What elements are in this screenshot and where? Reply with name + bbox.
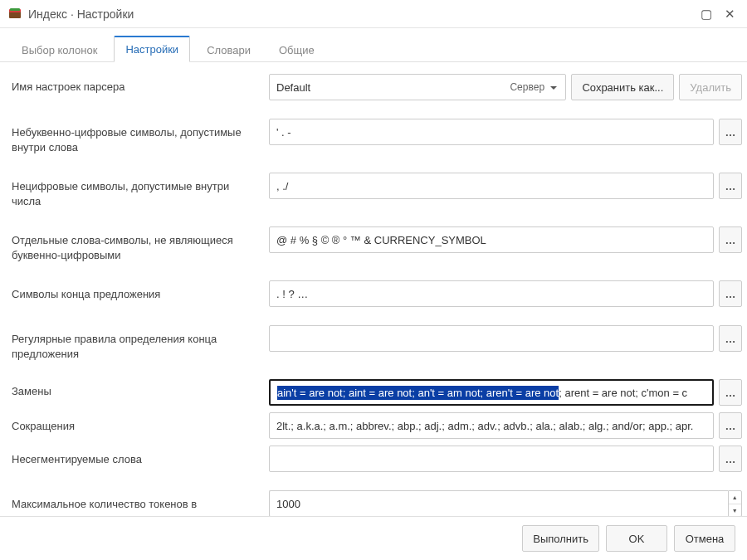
label-non-digit-in-number: Нецифровые символы, допустимые внутри чи… bbox=[12, 173, 269, 208]
row-max-tokens: Максимальное количество токенов в предло… bbox=[12, 490, 742, 516]
chevron-down-icon bbox=[550, 86, 557, 90]
input-sentence-regex[interactable] bbox=[269, 325, 714, 352]
ellipsis-sentence-end[interactable]: … bbox=[719, 280, 742, 307]
row-non-segmentable: Несегментируемые слова … bbox=[12, 446, 742, 472]
input-sentence-end[interactable] bbox=[269, 280, 714, 307]
label-sentence-regex: Регулярные правила определения конца пре… bbox=[12, 325, 269, 361]
tab-columns[interactable]: Выбор колонок bbox=[10, 37, 109, 62]
row-non-alnum-in-word: Небуквенно-цифровые символы, допустимые … bbox=[12, 119, 742, 154]
tab-settings[interactable]: Настройки bbox=[114, 36, 190, 62]
label-abbreviations: Сокращения bbox=[12, 412, 269, 434]
window-title: Индекс · Настройки bbox=[28, 7, 134, 21]
dialog-footer: Выполнить OK Отмена bbox=[0, 516, 747, 560]
input-abbreviations[interactable] bbox=[269, 412, 714, 439]
app-icon bbox=[8, 7, 22, 21]
tab-dictionaries[interactable]: Словари bbox=[195, 37, 262, 62]
save-as-button[interactable]: Сохранить как... bbox=[571, 74, 674, 100]
close-button[interactable]: ✕ bbox=[720, 7, 739, 22]
row-parser-name: Имя настроек парсера Default Сервер Сохр… bbox=[12, 74, 742, 100]
delete-button: Удалить bbox=[679, 74, 742, 100]
server-dropdown[interactable]: Сервер bbox=[503, 78, 564, 96]
input-wrap-substitutions: ain't = are not; aint = are not; an't = … bbox=[269, 379, 714, 406]
row-non-digit-in-number: Нецифровые символы, допустимые внутри чи… bbox=[12, 173, 742, 208]
execute-button[interactable]: Выполнить bbox=[522, 525, 599, 552]
parser-name-select[interactable]: Default Сервер bbox=[269, 74, 566, 100]
ellipsis-non-segmentable[interactable]: … bbox=[719, 446, 742, 472]
tab-bar: Выбор колонок Настройки Словари Общие bbox=[0, 28, 747, 62]
row-abbreviations: Сокращения … bbox=[12, 412, 742, 439]
ellipsis-non-digit-in-number[interactable]: … bbox=[719, 173, 742, 199]
settings-scroll-area[interactable]: Имя настроек парсера Default Сервер Сохр… bbox=[0, 62, 747, 516]
maximize-button[interactable]: ▢ bbox=[697, 7, 715, 22]
input-non-digit-in-number[interactable] bbox=[269, 173, 714, 199]
row-substitutions: Замены ain't = are not; aint = are not; … bbox=[12, 379, 742, 406]
spinner-down[interactable]: ▼ bbox=[729, 504, 742, 516]
ok-button[interactable]: OK bbox=[606, 525, 667, 552]
label-parser-name: Имя настроек парсера bbox=[12, 80, 269, 95]
ellipsis-sentence-regex[interactable]: … bbox=[719, 325, 742, 352]
label-non-alnum-in-word: Небуквенно-цифровые символы, допустимые … bbox=[12, 119, 269, 154]
tab-general[interactable]: Общие bbox=[267, 37, 326, 62]
label-max-tokens: Максимальное количество токенов в предло… bbox=[12, 490, 269, 516]
titlebar: Индекс · Настройки ▢ ✕ bbox=[0, 0, 747, 28]
spinner-up[interactable]: ▲ bbox=[729, 491, 742, 504]
label-substitutions: Замены bbox=[12, 379, 269, 399]
row-standalone-symbols: Отдельные слова-символы, не являющиеся б… bbox=[12, 226, 742, 262]
svg-rect-2 bbox=[10, 8, 20, 11]
cancel-button[interactable]: Отмена bbox=[674, 525, 735, 552]
input-substitutions[interactable] bbox=[269, 379, 714, 406]
row-sentence-end: Символы конца предложения … bbox=[12, 280, 742, 307]
ellipsis-abbreviations[interactable]: … bbox=[719, 412, 742, 439]
label-sentence-end: Символы конца предложения bbox=[12, 280, 269, 302]
row-sentence-regex: Регулярные правила определения конца пре… bbox=[12, 325, 742, 361]
label-non-segmentable: Несегментируемые слова bbox=[12, 446, 269, 467]
input-non-segmentable[interactable] bbox=[269, 446, 714, 472]
max-tokens-spinner[interactable]: ▲ ▼ bbox=[728, 490, 743, 516]
ellipsis-non-alnum-in-word[interactable]: … bbox=[719, 119, 742, 145]
input-max-tokens[interactable] bbox=[269, 490, 728, 516]
input-standalone-symbols[interactable] bbox=[269, 226, 714, 253]
input-non-alnum-in-word[interactable] bbox=[269, 119, 714, 145]
label-standalone-symbols: Отдельные слова-символы, не являющиеся б… bbox=[12, 226, 269, 262]
ellipsis-standalone-symbols[interactable]: … bbox=[719, 226, 742, 253]
ellipsis-substitutions[interactable]: … bbox=[719, 379, 742, 406]
